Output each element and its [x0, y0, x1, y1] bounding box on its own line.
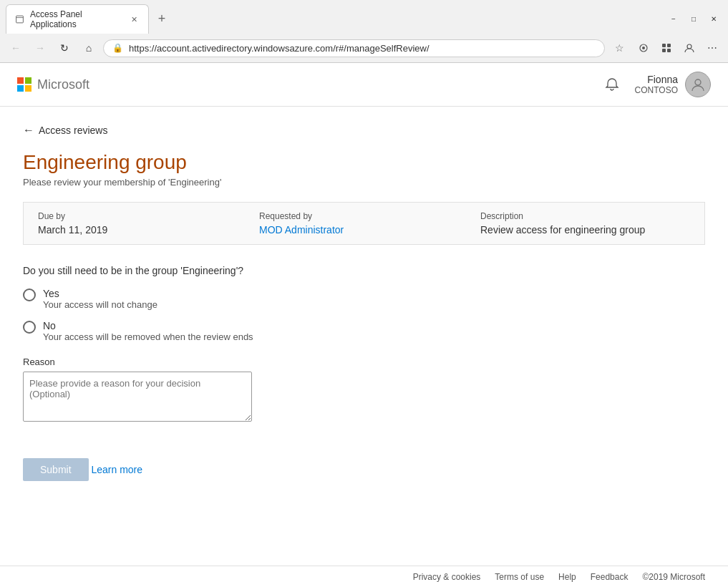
back-arrow-icon: ←: [23, 124, 34, 137]
user-display-name: Fionna: [635, 74, 678, 85]
description-value: Review access for engineering group: [480, 224, 679, 236]
lock-icon: 🔒: [112, 43, 123, 53]
reading-mode-button[interactable]: [634, 38, 654, 58]
maximize-button[interactable]: □: [685, 11, 702, 28]
logo-square-green: [25, 77, 31, 84]
requested-by-value[interactable]: MOD Administrator: [259, 224, 344, 236]
info-table: Due by March 11, 2019 Requested by MOD A…: [23, 202, 705, 245]
due-by-col: Due by March 11, 2019: [38, 211, 248, 236]
logo-text: Microsoft: [37, 77, 89, 92]
svg-point-3: [642, 47, 645, 49]
home-button[interactable]: ⌂: [79, 38, 99, 58]
logo-square-blue: [17, 85, 24, 92]
extensions-button[interactable]: [656, 38, 676, 58]
close-button[interactable]: ✕: [705, 11, 722, 28]
requested-by-label: Requested by: [259, 211, 457, 221]
svg-rect-7: [667, 49, 671, 52]
page-subtitle: Please review your membership of 'Engine…: [23, 177, 705, 188]
learn-more-link[interactable]: Learn more: [91, 464, 142, 475]
question-text: Do you still need to be in the group 'En…: [23, 265, 243, 276]
avatar-icon: [690, 77, 706, 92]
no-label-block: No Your access will be removed when the …: [43, 320, 253, 342]
profile-icon: [684, 42, 695, 54]
reload-button[interactable]: ↻: [54, 38, 74, 58]
title-bar: Access Panel Applications ✕ + − □ ✕: [0, 0, 728, 34]
description-col: Description Review access for engineerin…: [469, 211, 690, 236]
description-label: Description: [480, 211, 679, 221]
extensions-icon: [661, 42, 672, 54]
header-right: Fionna CONTOSO: [601, 72, 711, 97]
tab-title: Access Panel Applications: [30, 9, 123, 29]
menu-button[interactable]: ⋯: [702, 38, 722, 58]
page-footer: Privacy & cookies Terms of use Help Feed…: [0, 566, 728, 582]
requested-by-col: Requested by MOD Administrator: [248, 211, 469, 236]
due-by-label: Due by: [38, 211, 236, 221]
no-radio[interactable]: [23, 321, 36, 334]
minimize-button[interactable]: −: [665, 11, 682, 28]
reason-textarea[interactable]: [23, 372, 252, 422]
back-nav-button[interactable]: ←: [6, 38, 26, 58]
yes-label: Yes: [43, 288, 157, 299]
bell-icon: [604, 77, 620, 92]
no-sublabel: Your access will be removed when the rev…: [43, 331, 253, 342]
tab-close-button[interactable]: ✕: [129, 14, 140, 25]
page-title: Engineering group: [23, 151, 705, 174]
user-org: CONTOSO: [635, 85, 678, 95]
svg-point-9: [695, 79, 701, 85]
copyright-text: ©2019 Microsoft: [642, 572, 705, 582]
main-content: ← Access reviews Engineering group Pleas…: [0, 107, 728, 566]
nav-extras: ⋯: [634, 38, 722, 58]
microsoft-logo[interactable]: Microsoft: [17, 77, 89, 92]
notifications-button[interactable]: [601, 73, 623, 96]
review-question: Do you still need to be in the group 'En…: [23, 265, 705, 276]
logo-square-yellow: [25, 85, 31, 92]
submit-button[interactable]: Submit: [23, 458, 89, 481]
help-link[interactable]: Help: [558, 572, 576, 582]
due-by-value: March 11, 2019: [38, 224, 236, 236]
logo-square-red: [17, 77, 24, 84]
yes-option[interactable]: Yes Your access will not change: [23, 288, 705, 310]
address-bar[interactable]: 🔒 https://account.activedirectory.window…: [103, 39, 605, 57]
new-tab-button[interactable]: +: [152, 9, 172, 29]
url-text: https://account.activedirectory.windowsa…: [129, 43, 596, 54]
back-link-text: Access reviews: [39, 125, 107, 136]
reason-label: Reason: [23, 357, 705, 367]
back-to-access-reviews-link[interactable]: ← Access reviews: [23, 124, 705, 137]
user-avatar[interactable]: [685, 72, 711, 97]
no-label: No: [43, 320, 253, 331]
user-info[interactable]: Fionna CONTOSO: [635, 72, 711, 97]
reason-section: Reason: [23, 357, 705, 424]
no-option[interactable]: No Your access will be removed when the …: [23, 320, 705, 342]
yes-radio[interactable]: [23, 288, 36, 301]
profile-button[interactable]: [679, 38, 699, 58]
logo-squares: [17, 77, 31, 92]
feedback-link[interactable]: Feedback: [591, 572, 628, 582]
browser-chrome: Access Panel Applications ✕ + − □ ✕ ← → …: [0, 0, 728, 63]
svg-rect-5: [667, 44, 671, 47]
window-controls: − □ ✕: [665, 11, 722, 28]
user-name-block: Fionna CONTOSO: [635, 74, 678, 95]
svg-rect-4: [662, 44, 666, 47]
nav-bar: ← → ↻ ⌂ 🔒 https://account.activedirector…: [0, 34, 728, 62]
privacy-cookies-link[interactable]: Privacy & cookies: [413, 572, 481, 582]
yes-sublabel: Your access will not change: [43, 299, 157, 310]
svg-point-8: [687, 44, 691, 49]
forward-nav-button[interactable]: →: [30, 38, 50, 58]
svg-rect-6: [662, 49, 666, 52]
yes-label-block: Yes Your access will not change: [43, 288, 157, 310]
reading-mode-icon: [638, 42, 649, 54]
browser-tab[interactable]: Access Panel Applications ✕: [6, 4, 149, 34]
microsoft-header: Microsoft Fionna CONTOSO: [0, 63, 728, 107]
terms-of-use-link[interactable]: Terms of use: [495, 572, 544, 582]
radio-group: Yes Your access will not change No Your …: [23, 288, 705, 342]
bookmark-button[interactable]: ☆: [609, 38, 629, 58]
svg-rect-0: [16, 16, 24, 23]
page-content: Microsoft Fionna CONTOSO: [0, 63, 728, 582]
tab-icon: [15, 14, 24, 24]
